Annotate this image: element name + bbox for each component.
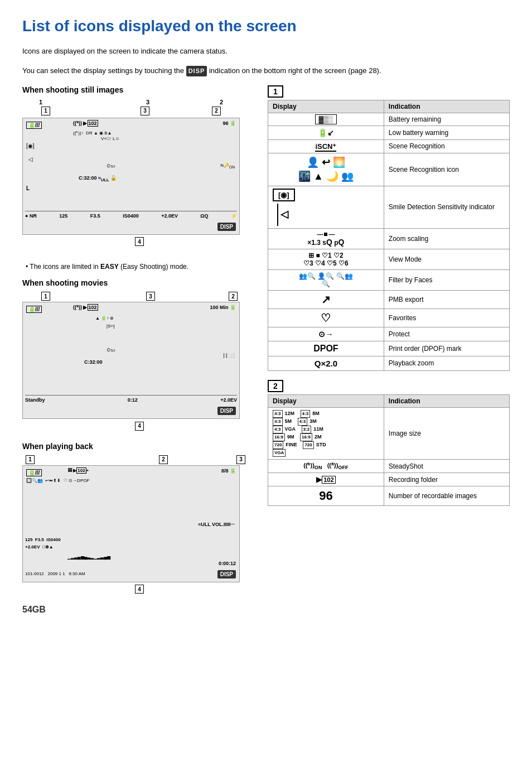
pmb-export-icon: ↗ [273, 293, 379, 306]
still-iso: IS0400 [123, 213, 139, 219]
movie-top-right: 100 Min 🔋 [210, 305, 236, 310]
table1-header-row: Display Indication [268, 100, 510, 113]
scene-recog-icon-set: 👤 ↩ 🌅 🌃 ▲ 🌙 👥 [273, 156, 379, 184]
table-row: ⊞ ■ ♡1 ♡2♡3 ♡4 ♡5 ♡6 View Mode [268, 249, 510, 269]
size-badge-43-8m: 4:3 [301, 410, 311, 418]
intro-paragraph-1: Icons are displayed on the screen to ind… [22, 46, 510, 57]
steadyshot-icon: ((ᴿ))ON ((ᴿ))OFF [273, 462, 379, 470]
table1-indication-zoom: Zoom scaling [384, 228, 509, 249]
size-badge-720-std: 720 [303, 441, 313, 449]
table-row: 🔋↙ Low battery warning [268, 126, 510, 139]
size-badge-720-fine: 720 [273, 441, 283, 449]
pb-box4: 4 [135, 585, 144, 594]
table-row: ((ᴿ))ON ((ᴿ))OFF SteadyShot [268, 459, 510, 472]
size-badge-43-3m: 4:3 [298, 418, 308, 426]
table2-display-imgsize: 4:312M 4:38M 4:35M 4:33M [268, 407, 384, 459]
movie-top-center: ((ᴿ)) ▶102 [73, 305, 98, 310]
table2-header-row: Display Indication [268, 394, 510, 407]
table2-display-recfolder: ▶102 [268, 473, 384, 486]
pb-row2: 🔲🔍👥 ↩⬅⬆⬇ ♡ ⊙→DPOF [26, 478, 89, 483]
page-number: 54GB [22, 605, 257, 615]
table-row: 👥🔍 👤🔍 🔍👥🔍 Filter by Faces [268, 269, 510, 290]
table2-section: 2 Display Indication 4:312M [268, 380, 510, 506]
movie-row3: [S+] [107, 324, 114, 329]
table-row: 96 Number of recordable images [268, 486, 510, 506]
table1-indication-scene: Scene Recognition [384, 139, 509, 153]
size-badge-vga: VGA [273, 449, 286, 457]
movie-camera-screen: 🔋/// ((ᴿ)) ▶102 100 Min 🔋 ▲ 🔋↑ ⊛ [S+] ⊙₁… [22, 302, 240, 419]
table-row: 👤 ↩ 🌅 🌃 ▲ 🌙 👥 Scene Recognition icon [268, 153, 510, 186]
playback-camera-screen: 🔋/// 🖼 ▶102+ 8/8 🔋 🔲🔍👥 ↩⬅⬆⬇ ♡ ⊙→DPOF ≈UL… [22, 465, 240, 582]
movie-time: 0:12 [128, 397, 138, 403]
still-row2: ((ᴿ))↑ DR ▲ ◉ B▲ [73, 131, 112, 136]
table1-indication-smile: Smile Detection Sensitivity indicator [384, 186, 509, 228]
table1-section: 1 Display Indication ▓▒░ Battery remaini… [268, 85, 510, 371]
table-row: [◉] ◁ Smile Detection Sensitivity indica… [268, 186, 510, 228]
movies-diagram: 1 3 2 🔋/// ((ᴿ)) ▶102 100 Min 🔋 ▲ 🔋↑ ⊛ [… [22, 292, 257, 431]
movie-standby: Standby [25, 397, 45, 403]
still-box3: 3 [141, 107, 149, 115]
still-disp-button[interactable]: DISP [217, 223, 236, 231]
pb-disp-button[interactable]: DISP [217, 570, 236, 578]
movie-battery-icon: 🔋/// [26, 306, 42, 313]
table1-indication-filter: Filter by Faces [384, 269, 509, 290]
table1-indication-dpof: Print order (DPOF) mark [384, 341, 509, 356]
size-badge-32-11m: 3:2 [302, 426, 312, 433]
movie-ev: +2.0EV [220, 397, 237, 403]
table2-indication-steady: SteadyShot [384, 459, 509, 472]
dpof-icon: DPOF [273, 344, 379, 354]
table1-display-scene-icons: 👤 ↩ 🌅 🌃 ▲ 🌙 👥 [268, 153, 384, 186]
smile-detect-icon: [◉] ◁ [273, 189, 379, 226]
still-flash: ⚡ [231, 213, 237, 219]
pb-top-right: 8/8 🔋 [221, 468, 236, 474]
zoom-scale-icon: — — ×1.3 sQ pQ [273, 231, 379, 247]
table1-display-zoom: — — ×1.3 sQ pQ [268, 228, 384, 249]
pb-info: 125 F3.5 IS0400 +2.0EV □⊛▲ [25, 537, 61, 551]
table1-display-viewmode: ⊞ ■ ♡1 ♡2♡3 ♡4 ♡5 ♡6 [268, 249, 384, 269]
table-row: Q×2.0 Playback zoom [268, 356, 510, 370]
still-box2: 2 [212, 107, 221, 115]
playback-title: When playing back [22, 442, 257, 451]
still-shutter: 125 [59, 213, 67, 219]
size-badge-43-12m: 4:3 [273, 410, 283, 418]
table2-header-display: Display [268, 394, 384, 407]
pb-volume: ≈ULL VOL.IIIII··· [198, 522, 235, 527]
movie-counter: |:| ⬜ [223, 353, 235, 358]
table-row: ⊙→ Protect [268, 327, 510, 341]
size-badge-169-9m: 16:9 [273, 433, 285, 441]
table-row: 4:312M 4:38M 4:35M 4:33M [268, 407, 510, 459]
table1-display-filter: 👥🔍 👤🔍 🔍👥🔍 [268, 269, 384, 290]
table2: Display Indication 4:312M 4:38M [268, 394, 510, 506]
table2-indication-imgsize: Image size [384, 407, 509, 459]
movie-box1: 1 [41, 292, 50, 301]
image-size-icon: 4:312M 4:38M 4:35M 4:33M [273, 410, 379, 457]
table1-section-num: 1 [268, 85, 283, 98]
pb-battery-icon: 🔋/// [26, 469, 42, 476]
disp-badge: DISP [186, 66, 207, 76]
still-num3-label: 3 [146, 99, 149, 105]
table2-section-num: 2 [268, 380, 283, 392]
movie-disp-button[interactable]: DISP [217, 407, 236, 415]
pb-timecode: 0:00:12 [219, 561, 236, 566]
movie-selfie-timer: ⊙₁₀ [107, 347, 115, 353]
table2-indication-recnum: Number of recordable images [384, 486, 509, 506]
right-column: 1 Display Indication ▓▒░ Battery remaini… [268, 85, 510, 615]
favorites-icon: ♡ [273, 311, 379, 325]
movie-box4: 4 [135, 422, 144, 431]
table1-indication-protect: Protect [384, 327, 509, 341]
table-row: — — ×1.3 sQ pQ Zoom scaling [268, 228, 510, 249]
pb-top-center: 🖼 ▶102+ [67, 468, 89, 473]
table1-display-protect: ⊙→ [268, 327, 384, 341]
still-box4: 4 [135, 237, 144, 246]
still-num1-label: 1 [39, 99, 42, 105]
table-row: DPOF Print order (DPOF) mark [268, 341, 510, 356]
still-bottom-bar: ● NR 125 F3.5 IS0400 +2.0EV ΩQ ⚡ [25, 211, 237, 219]
rec-folder-icon: ▶102 [273, 475, 379, 484]
table1-header-display: Display [268, 100, 384, 113]
pb-box1: 1 [26, 455, 35, 464]
table1-display-pmb: ↗ [268, 290, 384, 308]
table1-display-lowbat: 🔋↙ [268, 126, 384, 139]
table-row: iSCN⁺ Scene Recognition [268, 139, 510, 153]
pb-footer: 101-0012 2009 1 1 9:30 AM [25, 571, 85, 576]
still-top-center: ((ᴿ)) ▶102 [73, 120, 98, 126]
